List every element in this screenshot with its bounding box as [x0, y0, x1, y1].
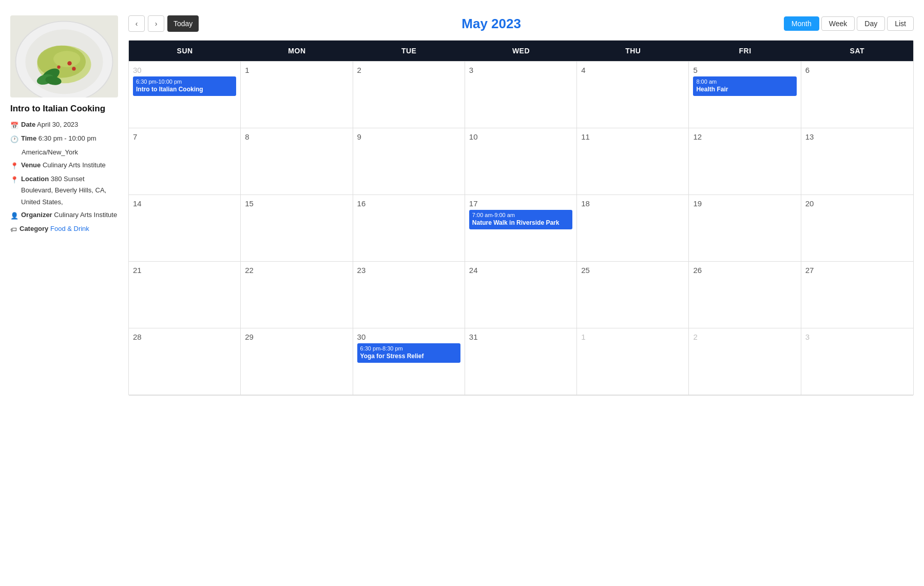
sidebar-event-title: Intro to Italian Cooking	[10, 104, 118, 114]
cal-cell[interactable]: 7	[129, 128, 241, 195]
cal-date: 19	[693, 199, 796, 208]
cal-cell[interactable]: 29	[241, 328, 353, 395]
category-link[interactable]: Food & Drink	[50, 225, 89, 232]
cal-cell[interactable]: 9	[353, 128, 465, 195]
cal-date: 3	[805, 333, 909, 341]
cal-cell[interactable]: 28	[129, 328, 241, 395]
calendar-event[interactable]: 8:00 amHealth Fair	[693, 76, 796, 96]
svg-point-9	[57, 66, 60, 69]
organizer-row: 👤 Organizer Culinary Arts Institute	[10, 209, 118, 222]
sidebar-details: 📅 Date April 30, 2023 🕐 Time 6:30 pm - 1…	[10, 119, 118, 236]
cal-date: 27	[805, 266, 909, 275]
event-time: 6:30 pm-10:00 pm	[136, 79, 233, 85]
timezone-row: America/New_York	[10, 147, 118, 158]
date-row: 📅 Date April 30, 2023	[10, 119, 118, 131]
next-button[interactable]: ›	[148, 15, 164, 32]
cal-date: 30	[133, 66, 236, 74]
cal-cell[interactable]: 8	[241, 128, 353, 195]
calendar-icon: 📅	[10, 120, 18, 131]
header-mon: MON	[241, 41, 353, 61]
cal-date: 13	[805, 132, 909, 141]
cal-cell[interactable]: 11	[577, 128, 689, 195]
cal-date: 25	[581, 266, 684, 275]
cal-cell[interactable]: 27	[801, 262, 913, 328]
cal-date: 2	[693, 333, 796, 341]
calendar-event[interactable]: 6:30 pm-8:30 pmYoga for Stress Relief	[357, 343, 460, 363]
cal-cell[interactable]: 26	[689, 262, 801, 328]
cal-cell[interactable]: 23	[353, 262, 465, 328]
cal-date: 10	[469, 132, 572, 141]
organizer-value: Culinary Arts Institute	[54, 211, 117, 219]
category-label: Category	[20, 225, 48, 232]
cal-cell[interactable]: 3	[801, 328, 913, 395]
cal-cell[interactable]: 3	[465, 62, 577, 128]
cal-cell[interactable]: 16	[353, 195, 465, 262]
category-icon: 🏷	[10, 224, 17, 236]
calendar-event[interactable]: 6:30 pm-10:00 pmIntro to Italian Cooking	[133, 76, 236, 96]
cal-date: 21	[133, 266, 236, 275]
view-month-button[interactable]: Month	[784, 16, 819, 31]
cal-date: 17	[469, 199, 572, 208]
venue-value: Culinary Arts Institute	[43, 161, 106, 169]
svg-point-10	[72, 67, 75, 70]
cal-date: 11	[581, 132, 684, 141]
cal-cell[interactable]: 12	[689, 128, 801, 195]
calendar-body: 306:30 pm-10:00 pmIntro to Italian Cooki…	[129, 61, 913, 395]
cal-cell[interactable]: 10	[465, 128, 577, 195]
today-button[interactable]: Today	[167, 15, 199, 32]
cal-cell[interactable]: 24	[465, 262, 577, 328]
cal-cell[interactable]: 1	[577, 328, 689, 395]
cal-date: 15	[245, 199, 348, 208]
header-tue: TUE	[353, 41, 465, 61]
category-row: 🏷 Category Food & Drink	[10, 223, 118, 236]
venue-row: 📍 Venue Culinary Arts Institute	[10, 160, 118, 172]
cal-date: 1	[245, 66, 348, 74]
cal-cell[interactable]: 306:30 pm-10:00 pmIntro to Italian Cooki…	[129, 62, 241, 128]
view-buttons: Month Week Day List	[784, 16, 914, 31]
prev-button[interactable]: ‹	[128, 15, 145, 32]
cal-cell[interactable]: 58:00 amHealth Fair	[689, 62, 801, 128]
cal-cell[interactable]: 2	[689, 328, 801, 395]
view-list-button[interactable]: List	[887, 16, 914, 31]
page-wrapper: Intro to Italian Cooking 📅 Date April 30…	[0, 0, 924, 411]
view-day-button[interactable]: Day	[857, 16, 885, 31]
cal-cell[interactable]: 13	[801, 128, 913, 195]
cal-date: 5	[693, 66, 796, 74]
clock-icon: 🕐	[10, 134, 18, 145]
cal-date: 9	[357, 132, 460, 141]
cal-cell[interactable]: 15	[241, 195, 353, 262]
event-image	[10, 15, 118, 97]
location-row: 📍 Location 380 Sunset Boulevard, Beverly…	[10, 173, 118, 207]
cal-cell[interactable]: 4	[577, 62, 689, 128]
event-name: Health Fair	[696, 86, 793, 94]
cal-cell[interactable]: 25	[577, 262, 689, 328]
cal-cell[interactable]: 21	[129, 262, 241, 328]
cal-cell[interactable]: 2	[353, 62, 465, 128]
calendar-grid: SUN MON TUE WED THU FRI SAT 306:30 pm-10…	[128, 40, 914, 396]
cal-date: 6	[805, 66, 909, 74]
cal-date: 30	[357, 333, 460, 341]
cal-date: 20	[805, 199, 909, 208]
cal-cell[interactable]: 306:30 pm-8:30 pmYoga for Stress Relief	[353, 328, 465, 395]
cal-date: 3	[469, 66, 572, 74]
view-week-button[interactable]: Week	[821, 16, 855, 31]
organizer-icon: 👤	[10, 210, 18, 222]
cal-cell[interactable]: 20	[801, 195, 913, 262]
cal-cell[interactable]: 14	[129, 195, 241, 262]
cal-cell[interactable]: 31	[465, 328, 577, 395]
cal-date: 28	[133, 333, 236, 341]
cal-cell[interactable]: 1	[241, 62, 353, 128]
cal-cell[interactable]: 18	[577, 195, 689, 262]
time-value: 6:30 pm - 10:00 pm	[38, 134, 97, 142]
venue-icon: 📍	[10, 161, 18, 172]
cal-cell[interactable]: 22	[241, 262, 353, 328]
cal-date: 1	[581, 333, 684, 341]
cal-date: 14	[133, 199, 236, 208]
calendar-event[interactable]: 7:00 am-9:00 amNature Walk in Riverside …	[469, 210, 572, 229]
calendar-area: ‹ › Today May 2023 Month Week Day List S…	[128, 15, 914, 396]
header-thu: THU	[577, 41, 689, 61]
cal-date: 22	[245, 266, 348, 275]
cal-cell[interactable]: 6	[801, 62, 913, 128]
cal-cell[interactable]: 19	[689, 195, 801, 262]
cal-cell[interactable]: 177:00 am-9:00 amNature Walk in Riversid…	[465, 195, 577, 262]
